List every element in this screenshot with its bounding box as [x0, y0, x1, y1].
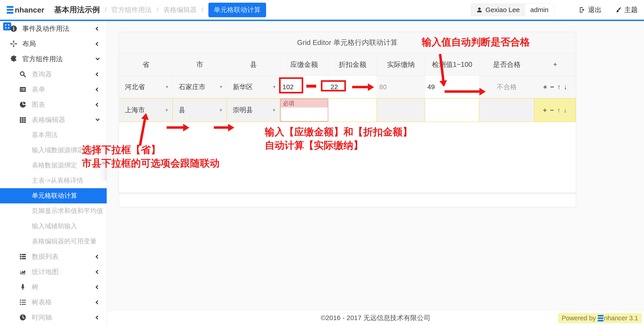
- move-down-button[interactable]: ↓: [564, 106, 567, 114]
- dropdown-arrow-icon: ▾: [273, 107, 275, 113]
- sidebar-item-statistical-map[interactable]: 统计地图: [0, 264, 107, 279]
- chevron-left-icon: [96, 255, 100, 259]
- search-icon: [19, 71, 27, 78]
- column-header-province: 省: [119, 53, 173, 75]
- column-header-add[interactable]: +: [534, 53, 576, 75]
- county-dropdown[interactable]: 崇明县 ▾: [227, 99, 280, 122]
- dropdown-arrow-icon: ▾: [220, 107, 222, 113]
- enhancer-logo-icon: [598, 315, 604, 322]
- grid-title: Grid Editor 单元格行内联动计算: [119, 32, 576, 53]
- column-header-city: 市: [173, 53, 227, 75]
- chevron-left-icon: [96, 42, 100, 46]
- breadcrumb-root[interactable]: 基本用法示例: [54, 5, 100, 15]
- grid-pager-bar: [119, 194, 576, 207]
- pie-chart-icon: [19, 101, 27, 108]
- breadcrumb: 基本用法示例 / 官方组件用法 / 表格编辑器 / 单元格联动计算: [54, 3, 266, 17]
- row-action-buttons: + − ↑ ↓: [534, 99, 576, 122]
- column-header-payable: 应缴金额: [280, 53, 328, 75]
- province-dropdown[interactable]: 上海市 ▾: [119, 99, 173, 122]
- app-logo[interactable]: nhancer: [7, 5, 44, 14]
- sidebar-item-query-builder[interactable]: 查询器: [0, 67, 107, 82]
- column-header-actual: 实际缴纳: [377, 53, 425, 75]
- sidebar-item-grid-variables[interactable]: 表格编辑器的可用变量: [0, 234, 107, 249]
- powered-by-badge[interactable]: Powered by nhancer 3.1: [558, 313, 642, 323]
- sidebar-item-layout[interactable]: 布局: [0, 36, 107, 51]
- breadcrumb-active-tab[interactable]: 单元格联动计算: [208, 3, 266, 17]
- add-row-button[interactable]: +: [543, 106, 547, 114]
- discount-input[interactable]: [328, 99, 377, 122]
- sidebar-item-basic-usage[interactable]: 基本用法: [0, 127, 107, 143]
- sidebar-item-data-list[interactable]: 数据列表: [0, 249, 107, 264]
- qualified-value: 不合格: [480, 76, 534, 98]
- sidebar-item-footer-sum-avg[interactable]: 页脚显示求和值和平均值: [0, 203, 107, 219]
- sidebar-item-master-detail[interactable]: 主表->从表格详情: [0, 173, 107, 188]
- move-down-button[interactable]: ↓: [564, 83, 567, 91]
- grid-empty-area: [119, 122, 576, 192]
- grid-editor-card: Grid Editor 单元格行内联动计算 省 市 县 应缴金额 折扣金额 实际…: [119, 32, 576, 207]
- dropdown-arrow-icon: ▾: [166, 84, 168, 90]
- grid-divider: [119, 192, 576, 194]
- payable-input-field[interactable]: [281, 107, 328, 121]
- info-icon: [10, 25, 18, 32]
- chevron-left-icon: [96, 87, 100, 91]
- table-icon: [19, 253, 27, 260]
- sidebar-item-official-components[interactable]: 官方组件用法: [0, 51, 107, 67]
- user-menu[interactable]: Gexiao Lee admin: [471, 3, 554, 16]
- sidebar-item-input-assist[interactable]: 输入域辅助输入: [0, 219, 107, 234]
- form-icon: [19, 86, 27, 93]
- province-dropdown[interactable]: 河北省 ▾: [119, 76, 173, 98]
- remove-row-button[interactable]: −: [550, 83, 554, 91]
- add-row-button[interactable]: +: [543, 83, 547, 91]
- city-dropdown[interactable]: 石家庄市 ▾: [173, 76, 227, 98]
- dropdown-arrow-icon: ▾: [166, 107, 168, 113]
- sidebar-item-events-actions[interactable]: 事件及动作用法: [0, 21, 107, 36]
- payable-input-required[interactable]: 必填: [280, 99, 328, 122]
- sidebar-item-grid-datasource-binding[interactable]: 表格数据源绑定: [0, 158, 107, 173]
- dropdown-arrow-icon: ▾: [220, 84, 222, 90]
- row-action-buttons: + − ↑ ↓: [534, 76, 576, 98]
- grid-header-row: 省 市 县 应缴金额 折扣金额 实际缴纳 检测值1~100 是否合格 +: [119, 53, 576, 76]
- actual-paid-value: 80: [377, 76, 425, 98]
- chevron-down-icon: [96, 56, 100, 60]
- sidebar-item-tree[interactable]: 树: [0, 279, 107, 295]
- breadcrumb-item-grid-editor[interactable]: 表格编辑器: [163, 5, 197, 14]
- city-dropdown[interactable]: 县 ▾: [173, 99, 227, 122]
- check-value-input[interactable]: 49: [425, 76, 480, 98]
- logo-text: nhancer: [15, 5, 44, 14]
- top-navbar: nhancer 基本用法示例 / 官方组件用法 / 表格编辑器 / 单元格联动计…: [0, 0, 644, 21]
- discount-input[interactable]: 22: [328, 76, 377, 98]
- remove-row-button[interactable]: −: [550, 106, 554, 114]
- move-up-button[interactable]: ↑: [557, 83, 560, 91]
- clock-icon: [19, 314, 27, 321]
- sidebar-collapse-handle[interactable]: «: [101, 145, 107, 180]
- chevron-left-icon: [96, 316, 100, 320]
- sidebar-item-form[interactable]: 表单: [0, 82, 107, 97]
- payable-input[interactable]: 102: [280, 76, 328, 98]
- chevron-left-icon: [96, 103, 100, 107]
- breadcrumb-item-components[interactable]: 官方组件用法: [111, 5, 152, 14]
- county-dropdown[interactable]: 新华区 ▾: [227, 76, 280, 98]
- chevron-left-icon: [96, 270, 100, 274]
- chevron-down-icon: [96, 117, 100, 121]
- column-header-qualified: 是否合格: [480, 53, 534, 75]
- move-up-button[interactable]: ↑: [557, 106, 560, 114]
- sign-out-icon: [579, 6, 586, 13]
- user-name: Gexiao Lee: [486, 6, 520, 14]
- copyright-text: ©2016 - 2017 无远信息技术有限公司: [321, 313, 430, 323]
- sidebar-item-cell-linkage-calc[interactable]: 单元格联动计算: [0, 188, 107, 203]
- breadcrumb-separator: /: [202, 6, 204, 13]
- check-value-input[interactable]: [425, 99, 480, 122]
- area-chart-icon: [19, 268, 27, 275]
- sidebar-item-timeline[interactable]: 时间轴: [0, 310, 107, 325]
- qualified-value: [480, 99, 534, 122]
- logout-button[interactable]: 退出: [579, 5, 602, 14]
- theme-button[interactable]: 主题: [615, 5, 638, 14]
- sidebar-item-tree-table[interactable]: 树表格: [0, 295, 107, 310]
- theme-label: 主题: [624, 5, 638, 14]
- column-header-discount: 折扣金额: [328, 53, 377, 75]
- sidebar-item-charts[interactable]: 图表: [0, 97, 107, 112]
- sidebar-item-grid-editor[interactable]: 表格编辑器: [0, 112, 107, 127]
- sidebar-item-input-datasource-binding[interactable]: 输入域数据源绑定: [0, 143, 107, 158]
- required-tooltip: 必填: [281, 99, 328, 107]
- chevron-left-icon: [96, 72, 100, 76]
